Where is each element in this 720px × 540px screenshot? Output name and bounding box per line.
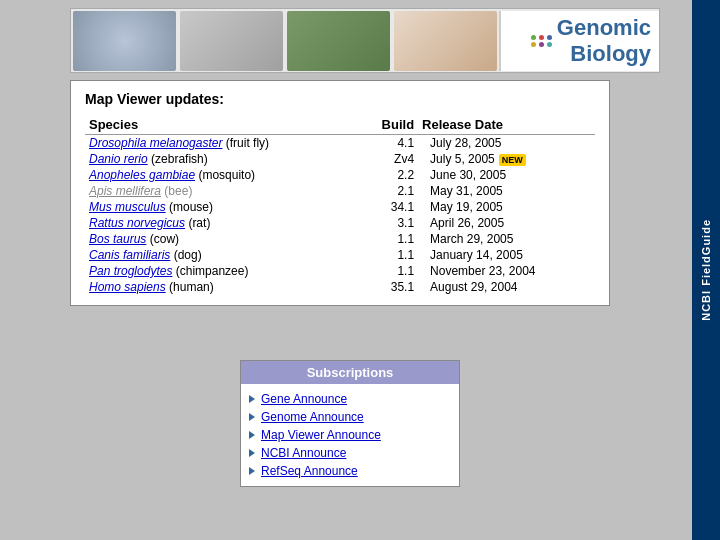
scientific-name[interactable]: Canis familiaris xyxy=(89,248,170,262)
build-cell: 1.1 xyxy=(359,263,418,279)
date-cell: May 31, 2005 xyxy=(418,183,595,199)
list-item: RefSeq Announce xyxy=(249,462,451,480)
table-header-row: Species Build Release Date xyxy=(85,115,595,135)
common-name: (mosquito) xyxy=(195,168,255,182)
map-viewer-title: Map Viewer updates: xyxy=(85,91,595,107)
species-cell: Canis familiaris (dog) xyxy=(85,247,359,263)
table-row: Danio rerio (zebrafish)Zv4July 5, 2005NE… xyxy=(85,151,595,167)
date-cell: March 29, 2005 xyxy=(418,231,595,247)
build-cell: Zv4 xyxy=(359,151,418,167)
build-col-header: Build xyxy=(359,115,418,135)
species-table: Species Build Release Date Drosophila me… xyxy=(85,115,595,295)
build-cell: 34.1 xyxy=(359,199,418,215)
arrow-icon xyxy=(249,413,255,421)
header-logo: Genomic Biology xyxy=(499,11,659,71)
scientific-name[interactable]: Pan troglodytes xyxy=(89,264,172,278)
species-cell: Bos taurus (cow) xyxy=(85,231,359,247)
subscription-link[interactable]: Map Viewer Announce xyxy=(261,428,381,442)
subscriptions-title: Subscriptions xyxy=(241,361,459,384)
build-cell: 4.1 xyxy=(359,135,418,152)
table-row: Apis mellifera (bee)2.1May 31, 2005 xyxy=(85,183,595,199)
date-cell: April 26, 2005 xyxy=(418,215,595,231)
table-row: Bos taurus (cow)1.1March 29, 2005 xyxy=(85,231,595,247)
date-cell: June 30, 2005 xyxy=(418,167,595,183)
build-cell: 1.1 xyxy=(359,231,418,247)
table-row: Mus musculus (mouse)34.1May 19, 2005 xyxy=(85,199,595,215)
list-item: Map Viewer Announce xyxy=(249,426,451,444)
header-img-2 xyxy=(180,11,283,71)
species-cell: Danio rerio (zebrafish) xyxy=(85,151,359,167)
dot-2 xyxy=(539,35,544,40)
subscription-link[interactable]: RefSeq Announce xyxy=(261,464,358,478)
table-row: Homo sapiens (human)35.1August 29, 2004 xyxy=(85,279,595,295)
common-name: (zebrafish) xyxy=(148,152,208,166)
list-item: Gene Announce xyxy=(249,390,451,408)
common-name: (mouse) xyxy=(166,200,213,214)
common-name: (cow) xyxy=(146,232,179,246)
side-label-text: NCBI FieldGuide xyxy=(700,219,712,321)
date-cell: November 23, 2004 xyxy=(418,263,595,279)
common-name: (rat) xyxy=(185,216,210,230)
new-badge: NEW xyxy=(499,154,526,166)
common-name: (bee) xyxy=(161,184,192,198)
scientific-name[interactable]: Homo sapiens xyxy=(89,280,166,294)
header-img-3 xyxy=(287,11,390,71)
date-cell: July 5, 2005NEW xyxy=(418,151,595,167)
date-cell: January 14, 2005 xyxy=(418,247,595,263)
dot-3 xyxy=(547,35,552,40)
logo-genomic: Genomic xyxy=(557,15,651,41)
logo-text-group: Genomic Biology xyxy=(531,15,651,67)
list-item: Genome Announce xyxy=(249,408,451,426)
header-img-4 xyxy=(394,11,497,71)
species-cell: Drosophila melanogaster (fruit fly) xyxy=(85,135,359,152)
scientific-name[interactable]: Bos taurus xyxy=(89,232,146,246)
scientific-name[interactable]: Danio rerio xyxy=(89,152,148,166)
dot-grid xyxy=(531,35,553,47)
dot-4 xyxy=(531,42,536,47)
dot-5 xyxy=(539,42,544,47)
subscription-link[interactable]: NCBI Announce xyxy=(261,446,346,460)
species-cell: Mus musculus (mouse) xyxy=(85,199,359,215)
common-name: (fruit fly) xyxy=(222,136,269,150)
map-viewer-box: Map Viewer updates: Species Build Releas… xyxy=(70,80,610,306)
arrow-icon xyxy=(249,431,255,439)
species-cell: Anopheles gambiae (mosquito) xyxy=(85,167,359,183)
build-cell: 1.1 xyxy=(359,247,418,263)
table-row: Rattus norvegicus (rat)3.1April 26, 2005 xyxy=(85,215,595,231)
species-cell: Apis mellifera (bee) xyxy=(85,183,359,199)
table-row: Pan troglodytes (chimpanzee)1.1November … xyxy=(85,263,595,279)
table-row: Drosophila melanogaster (fruit fly)4.1Ju… xyxy=(85,135,595,152)
list-item: NCBI Announce xyxy=(249,444,451,462)
date-cell: July 28, 2005 xyxy=(418,135,595,152)
side-label: NCBI FieldGuide xyxy=(692,0,720,540)
build-cell: 3.1 xyxy=(359,215,418,231)
scientific-name[interactable]: Anopheles gambiae xyxy=(89,168,195,182)
arrow-icon xyxy=(249,449,255,457)
logo-biology: Biology xyxy=(570,41,651,67)
date-col-header: Release Date xyxy=(418,115,595,135)
build-cell: 35.1 xyxy=(359,279,418,295)
subscriptions-box: Subscriptions Gene AnnounceGenome Announ… xyxy=(240,360,460,487)
build-cell: 2.1 xyxy=(359,183,418,199)
date-cell: August 29, 2004 xyxy=(418,279,595,295)
scientific-name[interactable]: Mus musculus xyxy=(89,200,166,214)
header-banner: Genomic Biology xyxy=(70,8,660,73)
scientific-name[interactable]: Apis mellifera xyxy=(89,184,161,198)
subscription-link[interactable]: Genome Announce xyxy=(261,410,364,424)
dot-1 xyxy=(531,35,536,40)
main-content: Map Viewer updates: Species Build Releas… xyxy=(70,80,650,314)
date-cell: May 19, 2005 xyxy=(418,199,595,215)
species-cell: Homo sapiens (human) xyxy=(85,279,359,295)
subscription-link[interactable]: Gene Announce xyxy=(261,392,347,406)
common-name: (human) xyxy=(166,280,214,294)
subscriptions-list: Gene AnnounceGenome AnnounceMap Viewer A… xyxy=(241,384,459,486)
build-cell: 2.2 xyxy=(359,167,418,183)
species-cell: Pan troglodytes (chimpanzee) xyxy=(85,263,359,279)
scientific-name[interactable]: Drosophila melanogaster xyxy=(89,136,222,150)
scientific-name[interactable]: Rattus norvegicus xyxy=(89,216,185,230)
species-col-header: Species xyxy=(85,115,359,135)
common-name: (chimpanzee) xyxy=(172,264,248,278)
common-name: (dog) xyxy=(170,248,201,262)
table-row: Anopheles gambiae (mosquito)2.2June 30, … xyxy=(85,167,595,183)
header-images xyxy=(71,9,499,72)
